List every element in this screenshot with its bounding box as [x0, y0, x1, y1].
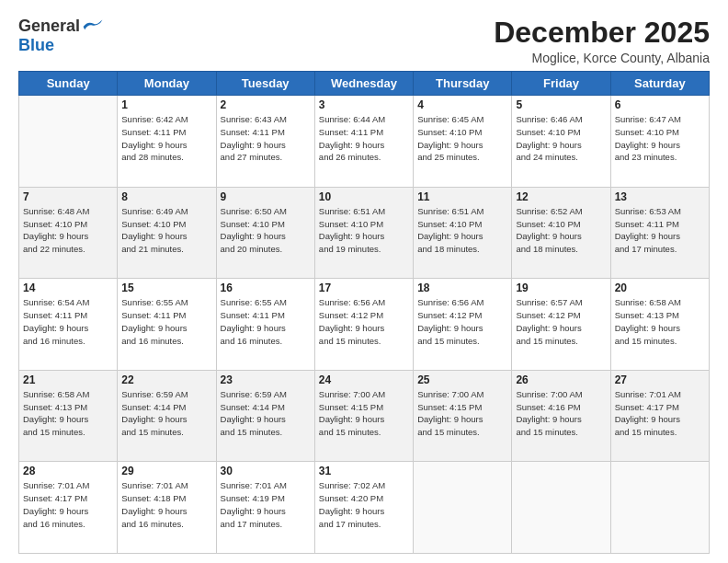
day-info: Sunrise: 6:52 AMSunset: 4:10 PMDaylight:…	[516, 205, 606, 256]
day-number: 24	[319, 373, 409, 386]
day-info: Sunrise: 7:00 AMSunset: 4:16 PMDaylight:…	[516, 388, 606, 439]
day-info: Sunrise: 7:00 AMSunset: 4:15 PMDaylight:…	[417, 388, 507, 439]
day-number: 26	[516, 373, 606, 386]
day-info: Sunrise: 7:01 AMSunset: 4:19 PMDaylight:…	[221, 479, 311, 530]
calendar-cell: 7Sunrise: 6:48 AMSunset: 4:10 PMDaylight…	[19, 187, 118, 279]
day-info: Sunrise: 6:44 AMSunset: 4:11 PMDaylight:…	[319, 113, 409, 164]
title-section: December 2025 Moglice, Korce County, Alb…	[494, 17, 710, 65]
calendar-cell: 26Sunrise: 7:00 AMSunset: 4:16 PMDayligh…	[512, 370, 610, 462]
day-info: Sunrise: 6:50 AMSunset: 4:10 PMDaylight:…	[221, 205, 311, 256]
day-number: 11	[417, 190, 507, 203]
day-number: 23	[221, 373, 311, 386]
day-number: 1	[121, 98, 211, 111]
day-number: 13	[615, 190, 705, 203]
day-number: 4	[417, 98, 507, 111]
day-number: 17	[319, 282, 409, 294]
day-number: 21	[23, 373, 113, 386]
page: General Blue December 2025 Moglice, Korc…	[0, 0, 728, 563]
day-info: Sunrise: 7:01 AMSunset: 4:17 PMDaylight:…	[615, 388, 705, 439]
day-info: Sunrise: 6:58 AMSunset: 4:13 PMDaylight:…	[615, 296, 705, 347]
day-number: 10	[319, 190, 409, 203]
day-number: 30	[221, 465, 311, 477]
calendar-week-row: 14Sunrise: 6:54 AMSunset: 4:11 PMDayligh…	[19, 279, 710, 371]
day-header-tuesday: Tuesday	[216, 72, 314, 96]
calendar-cell: 1Sunrise: 6:42 AMSunset: 4:11 PMDaylight…	[118, 96, 216, 188]
calendar-week-row: 7Sunrise: 6:48 AMSunset: 4:10 PMDaylight…	[19, 187, 710, 279]
calendar-cell: 9Sunrise: 6:50 AMSunset: 4:10 PMDaylight…	[216, 187, 314, 279]
calendar-cell: 13Sunrise: 6:53 AMSunset: 4:11 PMDayligh…	[610, 187, 709, 279]
day-info: Sunrise: 6:42 AMSunset: 4:11 PMDaylight:…	[121, 113, 211, 164]
day-number: 28	[23, 465, 113, 477]
calendar-cell: 18Sunrise: 6:56 AMSunset: 4:12 PMDayligh…	[414, 279, 512, 371]
calendar-cell	[414, 462, 512, 554]
calendar-week-row: 21Sunrise: 6:58 AMSunset: 4:13 PMDayligh…	[19, 370, 710, 462]
day-info: Sunrise: 6:56 AMSunset: 4:12 PMDaylight:…	[319, 296, 409, 347]
day-info: Sunrise: 6:43 AMSunset: 4:11 PMDaylight:…	[221, 113, 311, 164]
calendar-cell: 19Sunrise: 6:57 AMSunset: 4:12 PMDayligh…	[512, 279, 610, 371]
calendar-cell: 15Sunrise: 6:55 AMSunset: 4:11 PMDayligh…	[118, 279, 216, 371]
day-number: 3	[319, 98, 409, 111]
day-number: 12	[516, 190, 606, 203]
day-number: 16	[221, 282, 311, 294]
calendar-cell: 21Sunrise: 6:58 AMSunset: 4:13 PMDayligh…	[19, 370, 118, 462]
day-number: 19	[516, 282, 606, 294]
day-info: Sunrise: 6:59 AMSunset: 4:14 PMDaylight:…	[121, 388, 211, 439]
calendar-cell: 12Sunrise: 6:52 AMSunset: 4:10 PMDayligh…	[512, 187, 610, 279]
calendar-cell: 3Sunrise: 6:44 AMSunset: 4:11 PMDaylight…	[314, 96, 413, 188]
logo-general-text: General	[18, 17, 80, 36]
day-number: 31	[319, 465, 409, 477]
day-info: Sunrise: 6:59 AMSunset: 4:14 PMDaylight:…	[221, 388, 311, 439]
calendar-cell: 31Sunrise: 7:02 AMSunset: 4:20 PMDayligh…	[314, 462, 413, 554]
logo: General Blue	[18, 17, 104, 55]
calendar-week-row: 1Sunrise: 6:42 AMSunset: 4:11 PMDaylight…	[19, 96, 710, 188]
day-header-friday: Friday	[512, 72, 610, 96]
day-info: Sunrise: 6:51 AMSunset: 4:10 PMDaylight:…	[319, 205, 409, 256]
calendar-cell: 20Sunrise: 6:58 AMSunset: 4:13 PMDayligh…	[610, 279, 709, 371]
day-number: 9	[221, 190, 311, 203]
calendar-cell: 28Sunrise: 7:01 AMSunset: 4:17 PMDayligh…	[19, 462, 118, 554]
day-number: 22	[121, 373, 211, 386]
day-number: 20	[615, 282, 705, 294]
calendar-cell: 17Sunrise: 6:56 AMSunset: 4:12 PMDayligh…	[314, 279, 413, 371]
day-info: Sunrise: 6:55 AMSunset: 4:11 PMDaylight:…	[121, 296, 211, 347]
day-header-wednesday: Wednesday	[314, 72, 413, 96]
calendar-cell	[610, 462, 709, 554]
calendar-cell: 27Sunrise: 7:01 AMSunset: 4:17 PMDayligh…	[610, 370, 709, 462]
day-number: 29	[121, 465, 211, 477]
logo-bird-icon	[82, 18, 104, 35]
calendar-cell: 25Sunrise: 7:00 AMSunset: 4:15 PMDayligh…	[414, 370, 512, 462]
day-info: Sunrise: 7:01 AMSunset: 4:17 PMDaylight:…	[23, 479, 113, 530]
day-info: Sunrise: 6:53 AMSunset: 4:11 PMDaylight:…	[615, 205, 705, 256]
day-number: 6	[615, 98, 705, 111]
day-number: 7	[23, 190, 113, 203]
day-number: 15	[121, 282, 211, 294]
calendar-week-row: 28Sunrise: 7:01 AMSunset: 4:17 PMDayligh…	[19, 462, 710, 554]
day-header-sunday: Sunday	[19, 72, 118, 96]
day-info: Sunrise: 6:46 AMSunset: 4:10 PMDaylight:…	[516, 113, 606, 164]
calendar-cell: 6Sunrise: 6:47 AMSunset: 4:10 PMDaylight…	[610, 96, 709, 188]
day-number: 5	[516, 98, 606, 111]
day-info: Sunrise: 6:47 AMSunset: 4:10 PMDaylight:…	[615, 113, 705, 164]
day-number: 8	[121, 190, 211, 203]
day-info: Sunrise: 6:57 AMSunset: 4:12 PMDaylight:…	[516, 296, 606, 347]
day-number: 14	[23, 282, 113, 294]
calendar-cell: 14Sunrise: 6:54 AMSunset: 4:11 PMDayligh…	[19, 279, 118, 371]
day-header-monday: Monday	[118, 72, 216, 96]
day-info: Sunrise: 6:58 AMSunset: 4:13 PMDaylight:…	[23, 388, 113, 439]
calendar-table: Sunday Monday Tuesday Wednesday Thursday…	[18, 71, 710, 554]
calendar-cell: 4Sunrise: 6:45 AMSunset: 4:10 PMDaylight…	[414, 96, 512, 188]
day-info: Sunrise: 6:45 AMSunset: 4:10 PMDaylight:…	[417, 113, 507, 164]
day-info: Sunrise: 6:48 AMSunset: 4:10 PMDaylight:…	[23, 205, 113, 256]
calendar-cell: 29Sunrise: 7:01 AMSunset: 4:18 PMDayligh…	[118, 462, 216, 554]
day-header-thursday: Thursday	[414, 72, 512, 96]
calendar-cell: 8Sunrise: 6:49 AMSunset: 4:10 PMDaylight…	[118, 187, 216, 279]
day-number: 27	[615, 373, 705, 386]
day-number: 18	[417, 282, 507, 294]
location-subtitle: Moglice, Korce County, Albania	[494, 51, 710, 65]
calendar-header-row: Sunday Monday Tuesday Wednesday Thursday…	[19, 72, 710, 96]
day-header-saturday: Saturday	[610, 72, 709, 96]
day-info: Sunrise: 6:55 AMSunset: 4:11 PMDaylight:…	[221, 296, 311, 347]
logo-blue-text: Blue	[18, 36, 54, 55]
calendar-cell: 10Sunrise: 6:51 AMSunset: 4:10 PMDayligh…	[314, 187, 413, 279]
day-info: Sunrise: 6:51 AMSunset: 4:10 PMDaylight:…	[417, 205, 507, 256]
